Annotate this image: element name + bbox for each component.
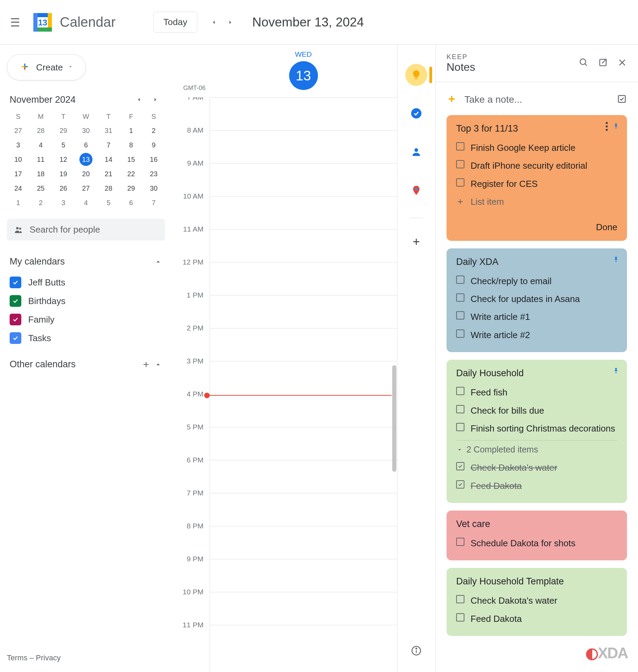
rail-keep-button[interactable] [405, 64, 427, 86]
mini-cal-day[interactable]: 3 [12, 138, 25, 152]
calendar-item[interactable]: Family [8, 310, 165, 329]
note-card[interactable]: Daily XDACheck/reply to emailCheck for u… [447, 248, 627, 352]
mini-cal-day[interactable]: 14 [102, 153, 115, 166]
take-note-input[interactable]: Take a note... [447, 90, 627, 115]
mini-cal-day[interactable]: 31 [102, 124, 115, 137]
hour-slot[interactable] [210, 361, 397, 394]
mini-cal-day[interactable]: 25 [34, 182, 47, 195]
mini-cal-day[interactable]: 16 [147, 153, 160, 166]
calendar-checkbox[interactable] [10, 295, 21, 307]
mini-cal-day[interactable]: 18 [34, 167, 47, 180]
note-checkbox[interactable] [456, 311, 464, 320]
mini-cal-day[interactable]: 29 [57, 124, 70, 137]
mini-cal-day[interactable]: 13 [79, 153, 92, 166]
hour-slot[interactable] [210, 328, 397, 361]
note-card[interactable]: Daily Household TemplateCheck Dakota's w… [447, 568, 627, 636]
calendar-checkbox[interactable] [10, 332, 21, 344]
hour-slot[interactable] [210, 196, 397, 229]
note-checkbox-checked[interactable] [456, 480, 464, 489]
next-day-button[interactable] [222, 14, 239, 31]
mini-cal-day[interactable]: 7 [102, 138, 115, 152]
note-list-item[interactable]: Check for updates in Asana [456, 290, 617, 308]
note-list-item[interactable]: Register for CES [456, 175, 617, 193]
my-calendars-toggle[interactable]: My calendars [7, 254, 165, 269]
day-grid[interactable] [210, 97, 397, 672]
note-checkbox[interactable] [456, 613, 464, 621]
note-done-button[interactable]: Done [456, 211, 617, 233]
mini-cal-prev-button[interactable] [132, 93, 146, 107]
mini-cal-day[interactable]: 7 [147, 196, 160, 209]
hour-slot[interactable] [210, 493, 397, 526]
hour-slot[interactable] [210, 97, 397, 130]
hour-slot[interactable] [210, 262, 397, 295]
hour-slot[interactable] [210, 427, 397, 460]
pin-icon[interactable] [612, 367, 620, 376]
rail-info-button[interactable] [405, 640, 427, 662]
mini-cal-day[interactable]: 8 [124, 138, 138, 152]
rail-tasks-button[interactable] [405, 102, 427, 124]
other-calendars-toggle[interactable]: Other calendars [7, 357, 165, 372]
completed-toggle[interactable]: 2 Completed items [456, 440, 617, 459]
main-menu-button[interactable] [7, 14, 23, 31]
note-checkbox[interactable] [456, 538, 464, 546]
note-list-item[interactable]: Write article #1 [456, 308, 617, 326]
hour-slot[interactable] [210, 526, 397, 559]
note-list-item[interactable]: Write article #2 [456, 326, 617, 344]
pin-icon[interactable] [612, 122, 620, 132]
mini-cal-day[interactable]: 6 [124, 196, 138, 209]
note-checkbox[interactable] [456, 142, 464, 150]
note-checkbox[interactable] [456, 405, 464, 413]
pin-icon[interactable] [612, 255, 620, 265]
mini-cal-day[interactable]: 10 [12, 153, 25, 166]
mini-cal-day[interactable]: 24 [12, 182, 25, 195]
calendar-item[interactable]: Tasks [8, 329, 165, 347]
calendar-checkbox[interactable] [10, 277, 21, 288]
mini-cal-day[interactable]: 5 [102, 196, 115, 209]
note-checkbox[interactable] [456, 178, 464, 187]
hour-slot[interactable] [210, 460, 397, 493]
note-list-item[interactable]: Finish sorting Christmas decorations [456, 419, 617, 437]
note-list-item[interactable]: Draft iPhone security editorial [456, 157, 617, 175]
keep-open-button[interactable] [598, 58, 608, 69]
mini-cal-day[interactable]: 29 [124, 182, 138, 195]
hour-slot[interactable] [210, 295, 397, 328]
hour-slot[interactable] [210, 625, 397, 658]
note-checkbox[interactable] [456, 387, 464, 395]
note-checkbox[interactable] [456, 595, 464, 603]
prev-day-button[interactable] [206, 14, 222, 31]
mini-cal-day[interactable]: 27 [79, 182, 92, 195]
mini-cal-day[interactable]: 22 [124, 167, 138, 180]
calendar-item[interactable]: Birthdays [8, 292, 165, 310]
add-calendar-icon[interactable] [142, 360, 151, 369]
mini-cal-day[interactable]: 4 [34, 138, 47, 152]
mini-cal-day[interactable]: 21 [102, 167, 115, 180]
mini-cal-day[interactable]: 30 [147, 182, 160, 195]
create-button[interactable]: Create [7, 54, 86, 80]
mini-cal-day[interactable]: 28 [102, 182, 115, 195]
note-list-item[interactable]: Finish Google Keep article [456, 139, 617, 157]
note-list-item[interactable]: Feed fish [456, 383, 617, 401]
note-list-item[interactable]: Check/reply to email [456, 272, 617, 290]
mini-cal-day[interactable]: 30 [79, 124, 92, 137]
hour-slot[interactable] [210, 592, 397, 625]
rail-maps-button[interactable] [405, 179, 427, 201]
day-number-badge[interactable]: 13 [289, 61, 318, 90]
note-checkbox[interactable] [456, 423, 464, 431]
search-people-input[interactable]: Search for people [7, 219, 165, 240]
note-list-item[interactable]: Feed Dakota [456, 610, 617, 628]
keep-close-button[interactable] [617, 58, 627, 69]
rail-add-button[interactable]: + [412, 235, 420, 249]
mini-cal-day[interactable]: 27 [12, 124, 25, 137]
scrollbar[interactable] [392, 365, 396, 472]
note-list-item-completed[interactable]: Feed Dakota [456, 477, 617, 495]
mini-cal-day[interactable]: 1 [124, 124, 138, 137]
hour-slot[interactable] [210, 394, 397, 427]
rail-contacts-button[interactable] [405, 141, 427, 163]
mini-cal-day[interactable]: 17 [12, 167, 25, 180]
mini-cal-day[interactable]: 9 [147, 138, 160, 152]
note-card[interactable]: Vet careSchedule Dakota for shots [447, 511, 627, 560]
mini-cal-day[interactable]: 28 [34, 124, 47, 137]
hour-slot[interactable] [210, 163, 397, 196]
note-checkbox[interactable] [456, 276, 464, 284]
mini-cal-day[interactable]: 1 [12, 196, 25, 209]
